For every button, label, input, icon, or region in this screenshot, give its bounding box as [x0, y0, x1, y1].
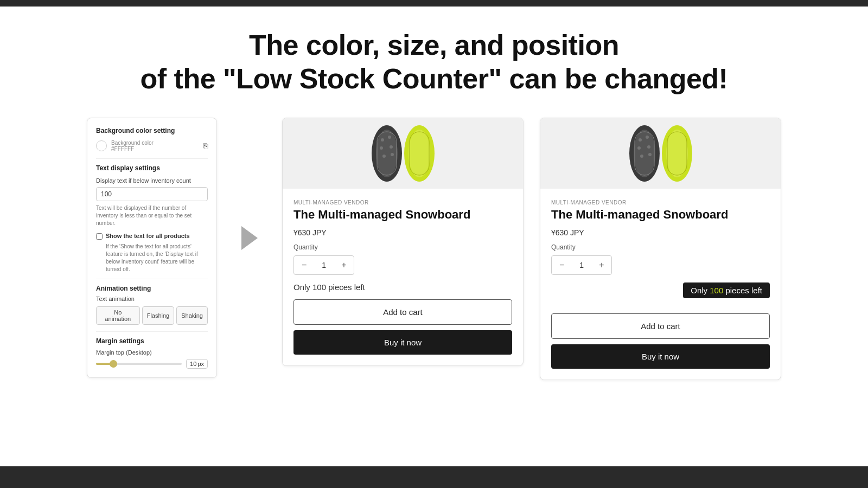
product-card-1: MULTI-MANAGED VENDOR The Multi-managed S…	[282, 118, 524, 366]
bottom-bar	[0, 466, 868, 488]
qty-value-2: 1	[572, 256, 591, 274]
qty-increase-1[interactable]: +	[334, 256, 354, 274]
vendor-label-2: MULTI-MANAGED VENDOR	[551, 200, 770, 206]
settings-panel: Background color setting Background colo…	[87, 118, 217, 378]
stock-counter-2-wrapper: Only 100 pieces left	[551, 282, 770, 306]
divider3	[96, 331, 208, 332]
product-image-area-1	[283, 118, 523, 189]
margin-top-label: Margin top (Desktop)	[96, 349, 208, 356]
svg-point-10	[409, 130, 430, 177]
divider2	[96, 279, 208, 279]
buy-it-now-btn-2[interactable]: Buy it now	[551, 344, 770, 369]
animation-buttons: No animation Flashing Shaking	[96, 306, 208, 325]
svg-point-16	[646, 136, 649, 139]
svg-point-6	[390, 145, 393, 149]
show-all-checkbox[interactable]	[96, 233, 103, 240]
svg-point-1	[376, 130, 398, 177]
color-circle	[96, 140, 107, 151]
vendor-label-1: MULTI-MANAGED VENDOR	[293, 200, 512, 206]
svg-point-3	[381, 138, 384, 142]
slider-value: 10	[190, 361, 196, 367]
anim-no-animation[interactable]: No animation	[96, 306, 140, 325]
svg-point-13	[634, 130, 655, 177]
arrow-right-icon	[241, 226, 258, 250]
inventory-hint: Text will be displayed if the number of …	[96, 204, 208, 227]
slider-value-box: 10 px	[186, 359, 208, 369]
show-all-checkbox-row: Show the text for all products	[96, 233, 208, 240]
svg-point-19	[640, 155, 643, 158]
product-price-1: ¥630 JPY	[293, 228, 512, 237]
product-price-2: ¥630 JPY	[551, 228, 770, 237]
svg-point-5	[380, 146, 383, 150]
margin-title: Margin settings	[96, 337, 208, 345]
copy-icon[interactable]: ⎘	[203, 142, 208, 150]
svg-point-22	[666, 130, 688, 177]
page-title: The color, size, and position of the "Lo…	[141, 28, 728, 96]
svg-point-7	[382, 155, 386, 158]
svg-point-18	[647, 145, 650, 149]
stock-suffix-2: pieces left	[723, 286, 762, 295]
quantity-label-2: Quantity	[551, 243, 770, 251]
inventory-input[interactable]	[96, 187, 208, 201]
buy-it-now-btn-1[interactable]: Buy it now	[293, 330, 512, 355]
panels-row: Background color setting Background colo…	[87, 118, 781, 380]
product-body-1: MULTI-MANAGED VENDOR The Multi-managed S…	[283, 189, 523, 365]
svg-point-20	[648, 153, 652, 156]
product-card-2: MULTI-MANAGED VENDOR The Multi-managed S…	[540, 118, 781, 380]
svg-point-4	[388, 136, 391, 139]
product-image-area-2	[540, 118, 781, 189]
slider-track[interactable]	[96, 363, 182, 365]
show-all-label: Show the text for all products	[106, 233, 190, 239]
quantity-control-1: − 1 +	[293, 255, 354, 275]
qty-increase-2[interactable]: +	[591, 256, 611, 274]
text-display-title: Text display settings	[96, 164, 208, 172]
qty-value-1: 1	[314, 256, 334, 274]
color-row: Background color #FFFFFF ⎘	[96, 140, 208, 152]
stock-counter-2: Only 100 pieces left	[683, 282, 770, 298]
color-label: Background color #FFFFFF	[111, 140, 154, 152]
add-to-cart-btn-2[interactable]: Add to cart	[551, 313, 770, 339]
add-to-cart-btn-1[interactable]: Add to cart	[293, 299, 512, 325]
snowboard-svg-2	[607, 121, 715, 186]
svg-point-17	[637, 146, 641, 150]
product-title-1: The Multi-managed Snowboard	[293, 208, 512, 222]
stock-highlight-2: 100	[710, 286, 723, 295]
slider-thumb[interactable]	[110, 360, 117, 368]
svg-point-15	[639, 138, 642, 142]
qty-decrease-2[interactable]: −	[552, 256, 572, 274]
product-title-2: The Multi-managed Snowboard	[551, 208, 770, 222]
arrow-container	[233, 118, 266, 250]
quantity-control-2: − 1 +	[551, 255, 612, 275]
top-bar	[0, 0, 868, 7]
svg-point-8	[391, 153, 394, 156]
divider	[96, 158, 208, 159]
snowboard-svg-1	[349, 121, 457, 186]
anim-shaking[interactable]: Shaking	[176, 306, 208, 325]
quantity-label-1: Quantity	[293, 243, 512, 251]
show-all-hint: If the 'Show the text for all products' …	[106, 243, 208, 273]
qty-decrease-1[interactable]: −	[294, 256, 314, 274]
main-content: The color, size, and position of the "Lo…	[0, 7, 868, 466]
headline: The color, size, and position of the "Lo…	[141, 28, 728, 96]
animation-title: Animation setting	[96, 285, 208, 292]
bg-color-title: Background color setting	[96, 127, 208, 134]
inventory-label: Display text if below inventory count	[96, 177, 208, 184]
slider-unit: px	[197, 361, 204, 367]
slider-row: 10 px	[96, 359, 208, 369]
product-body-2: MULTI-MANAGED VENDOR The Multi-managed S…	[540, 189, 781, 380]
anim-flashing[interactable]: Flashing	[142, 306, 175, 325]
stock-prefix-2: Only	[691, 286, 710, 295]
stock-counter-1: Only 100 pieces left	[293, 282, 512, 292]
text-anim-label: Text animation	[96, 296, 208, 302]
